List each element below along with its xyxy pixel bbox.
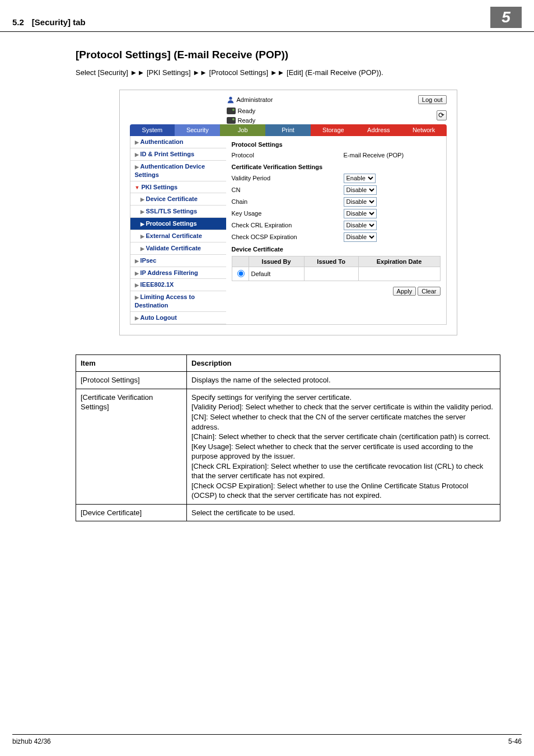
doctable-item-3: [Device Certificate] (76, 504, 187, 521)
protocol-label: Protocol (232, 151, 344, 160)
doctable-desc-1: Displays the name of the selected protoc… (187, 372, 500, 389)
cert-table-issued-by-head: Issued By (249, 256, 304, 267)
validity-period-select[interactable]: Enable (344, 174, 376, 183)
sidebar-item-id-print[interactable]: ▶ID & Print Settings (130, 148, 226, 161)
svg-point-0 (229, 97, 232, 100)
table-row: [Certificate Verification Settings] Spec… (76, 389, 500, 504)
cert-row-radio[interactable] (237, 270, 245, 277)
chain-select[interactable]: Disable (344, 197, 377, 207)
section-number: 5.2 (12, 17, 24, 28)
validity-period-label: Validity Period (232, 174, 344, 183)
tab-print[interactable]: Print (265, 124, 311, 136)
section-head-device-cert: Device Certificate (232, 243, 441, 255)
section-title: [Security] tab (32, 17, 86, 28)
sidebar-item-protocol-settings[interactable]: ▶Protocol Settings (130, 218, 226, 230)
table-row: Default (232, 267, 440, 281)
footer-right: 5-46 (508, 737, 522, 746)
admin-text: Administrator (237, 96, 273, 104)
table-row: [Device Certificate] Select the certific… (76, 504, 500, 521)
ocsp-select[interactable]: Disable (344, 232, 377, 242)
cert-table-expiration-head: Expiration Date (358, 256, 440, 267)
sidebar-item-ipsec[interactable]: ▶IPsec (130, 255, 226, 267)
tab-address[interactable]: Address (356, 124, 401, 136)
doctable-item-1: [Protocol Settings] (76, 372, 187, 389)
chain-label: Chain (232, 198, 344, 206)
page-title: [Protocol Settings] (E-mail Receive (POP… (76, 48, 500, 62)
refresh-button[interactable]: ⟳ (437, 110, 447, 120)
ready-status-1: Ready (227, 107, 437, 115)
cert-row-issued-to (304, 267, 358, 281)
doctable-head-desc: Description (187, 354, 500, 372)
tab-system[interactable]: System (130, 124, 175, 136)
doctable-desc-3: Select the certificate to be used. (187, 504, 500, 521)
cn-select[interactable]: Disable (344, 185, 377, 195)
key-usage-select[interactable]: Disable (344, 209, 377, 218)
sidebar-item-auto-logout[interactable]: ▶Auto Logout (130, 312, 226, 324)
admin-icon (227, 96, 235, 104)
doctable-head-item: Item (76, 354, 187, 372)
crl-label: Check CRL Expiration (232, 221, 344, 230)
doctable-item-2: [Certificate Verification Settings] (76, 389, 187, 504)
description-table: Item Description [Protocol Settings] Dis… (76, 354, 500, 522)
footer-left: bizhub 42/36 (12, 737, 51, 746)
ready-status-2: Ready (227, 116, 437, 125)
clear-button[interactable]: Clear (418, 287, 440, 296)
sidebar-item-ssl-tls[interactable]: ▶SSL/TLS Settings (130, 206, 226, 218)
tab-job[interactable]: Job (220, 124, 265, 136)
apply-button[interactable]: Apply (393, 287, 416, 296)
tab-security[interactable]: Security (175, 124, 220, 136)
sidebar-item-validate-certificate[interactable]: ▶Validate Certificate (130, 242, 226, 255)
sidebar-item-ieee8021x[interactable]: ▶IEEE802.1X (130, 279, 226, 291)
cert-row-issued-by: Default (249, 267, 304, 281)
sidebar-item-ip-filter[interactable]: ▶IP Address Filtering (130, 267, 226, 279)
doctable-desc-2: Specify settings for verifying the serve… (187, 389, 500, 504)
printer-icon (227, 117, 236, 124)
cert-table-radio-head (232, 256, 249, 267)
admin-label: Administrator (227, 96, 273, 104)
section-head-cert-verify: Certificate Verification Settings (232, 161, 441, 172)
cert-row-expiration (358, 267, 440, 281)
sidebar-item-device-certificate[interactable]: ▶Device Certificate (130, 193, 226, 206)
embedded-screenshot: Administrator Log out Ready Ready ⟳ S (119, 90, 457, 335)
tab-storage[interactable]: Storage (311, 124, 356, 136)
chapter-number-badge: 5 (490, 7, 522, 28)
sidebar-item-auth-device[interactable]: ▶Authentication Device Settings (130, 161, 226, 181)
sidebar-item-authentication[interactable]: ▶Authentication (130, 136, 226, 148)
protocol-value: E-mail Receive (POP) (344, 151, 404, 160)
table-row: [Protocol Settings] Displays the name of… (76, 372, 500, 389)
key-usage-label: Key Usage (232, 209, 344, 218)
printer-icon (227, 108, 236, 114)
section-head-protocol-settings: Protocol Settings (232, 138, 441, 150)
lead-text: Select [Security] ►► [PKI Settings] ►► [… (76, 68, 500, 78)
ocsp-label: Check OCSP Expiration (232, 233, 344, 241)
sidebar-item-pki-settings[interactable]: ▼PKI Settings (130, 181, 226, 194)
sidebar-item-limiting-access[interactable]: ▶Limiting Access to Destination (130, 291, 226, 312)
sidebar-item-external-certificate[interactable]: ▶External Certificate (130, 230, 226, 242)
crl-select[interactable]: Disable (344, 221, 377, 230)
tab-network[interactable]: Network (401, 124, 447, 136)
device-cert-table: Issued By Issued To Expiration Date Defa… (232, 256, 441, 282)
cn-label: CN (232, 186, 344, 194)
cert-table-issued-to-head: Issued To (304, 256, 358, 267)
refresh-icon: ⟳ (438, 110, 444, 120)
logout-button[interactable]: Log out (418, 95, 447, 104)
